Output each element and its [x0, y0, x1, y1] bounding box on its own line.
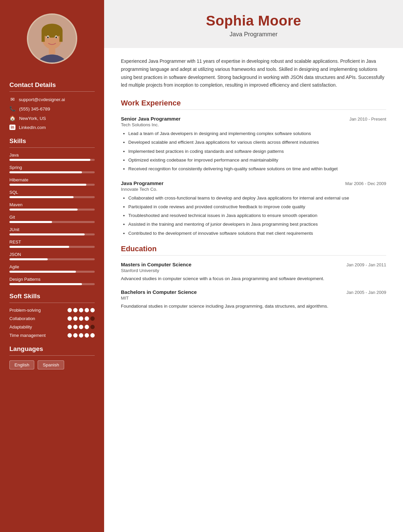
bullet-item: Optimized existing codebase for improved… — [128, 157, 386, 164]
contact-title: Contact Details — [9, 81, 95, 89]
job-block: Senior Java Programmer Jan 2010 - Presen… — [121, 116, 386, 173]
svg-point-9 — [55, 36, 57, 38]
soft-skills-list: Problem-solving Collaboration Adaptabili… — [9, 308, 95, 338]
main-content: Sophia Moore Java Programmer Experienced… — [104, 0, 403, 532]
contact-location: 🏠 NewYork, US — [9, 115, 95, 121]
soft-skill-item: Time management — [9, 333, 95, 338]
work-experience-heading: Work Experience — [121, 99, 386, 107]
soft-skill-dots — [68, 325, 95, 329]
skill-bar-fill — [9, 233, 85, 235]
soft-skills-title: Soft Skills — [9, 293, 95, 300]
edu-description: Advanced studies in computer science wit… — [121, 275, 386, 282]
summary-text: Experienced Java Programmer with 11 year… — [121, 57, 386, 89]
skill-bar-track — [9, 221, 95, 223]
edu-description: Foundational studies in computer science… — [121, 303, 386, 310]
dot — [79, 333, 83, 338]
main-body: Experienced Java Programmer with 11 year… — [104, 48, 403, 330]
skill-bar-fill — [9, 209, 78, 211]
dot — [68, 333, 72, 338]
soft-skill-name: Time management — [9, 333, 46, 338]
dot — [73, 316, 78, 321]
skills-divider — [9, 147, 95, 148]
svg-point-8 — [47, 36, 49, 38]
skill-bar-fill — [9, 271, 76, 273]
job-title: Senior Java Programmer — [121, 116, 181, 122]
skill-name: Java — [9, 152, 95, 158]
avatar — [27, 13, 77, 64]
location-icon: 🏠 — [9, 115, 16, 121]
dot — [85, 333, 89, 338]
skill-name: JUnit — [9, 227, 95, 232]
work-experience-divider — [121, 109, 386, 110]
work-experience-section: Work Experience Senior Java Programmer J… — [121, 99, 386, 237]
job-company: Tech Solutions Inc. — [121, 122, 386, 127]
job-bullets: Collaborated with cross-functional teams… — [121, 194, 386, 237]
contact-email: ✉ support@cvdesigner.ai — [9, 96, 95, 102]
soft-skill-name: Adaptability — [9, 324, 32, 329]
skill-item: Java — [9, 152, 95, 161]
education-heading: Education — [121, 245, 386, 253]
svg-rect-5 — [59, 31, 62, 42]
dot — [79, 316, 83, 321]
bullet-item: Assisted in the training and mentoring o… — [128, 221, 386, 228]
contact-email-text: support@cvdesigner.ai — [19, 97, 65, 102]
skill-bar-fill — [9, 184, 86, 186]
skill-bar-fill — [9, 171, 82, 173]
dot — [85, 308, 89, 312]
bullet-item: Contributed to the development of innova… — [128, 230, 386, 237]
contact-linkedin-text: LinkedIn.com — [19, 125, 46, 130]
bullet-item: Received recognition for consistently de… — [128, 165, 386, 173]
skill-name: JSON — [9, 252, 95, 257]
soft-skill-item: Problem-solving — [9, 308, 95, 313]
soft-skill-name: Problem-solving — [9, 308, 41, 313]
skill-bar-track — [9, 246, 95, 248]
skill-bar-track — [9, 171, 95, 173]
languages-section: Languages EnglishSpanish — [9, 345, 95, 369]
soft-skill-dots — [68, 316, 95, 321]
avatar-area — [0, 0, 104, 74]
language-tags: EnglishSpanish — [9, 360, 95, 369]
skills-section: Skills Java Spring Hibernate SQL Maven G… — [9, 137, 95, 285]
linkedin-icon: in — [9, 125, 15, 130]
skill-bar-track — [9, 283, 95, 285]
job-title: Java Programmer — [121, 180, 164, 186]
dot — [68, 325, 72, 329]
languages-title: Languages — [9, 345, 95, 353]
job-dates: Mar 2006 - Dec 2009 — [345, 181, 386, 186]
bullet-item: Participated in code reviews and provide… — [128, 203, 386, 211]
contact-phone: 📞 (555) 345-6789 — [9, 106, 95, 112]
edu-block: Bachelors in Computer Science Jan 2005 -… — [121, 289, 386, 310]
skill-bar-track — [9, 209, 95, 211]
main-header: Sophia Moore Java Programmer — [104, 0, 403, 48]
contact-phone-text: (555) 345-6789 — [19, 106, 50, 112]
edu-school: MIT — [121, 296, 386, 301]
skill-name: Maven — [9, 202, 95, 207]
job-bullets: Lead a team of Java developers in design… — [121, 130, 386, 173]
skill-bar-track — [9, 159, 95, 161]
dot — [85, 325, 89, 329]
svg-rect-4 — [42, 31, 45, 42]
skill-item: SQL — [9, 190, 95, 198]
job-header: Java Programmer Mar 2006 - Dec 2009 — [121, 180, 386, 186]
skill-item: Agile — [9, 264, 95, 273]
dot — [73, 308, 78, 312]
contact-linkedin: in LinkedIn.com — [9, 125, 95, 130]
skill-bar-fill — [9, 221, 52, 223]
bullet-item: Troubleshooted and resolved technical is… — [128, 212, 386, 219]
bullet-item: Developed scalable and efficient Java ap… — [128, 139, 386, 146]
dot — [85, 316, 89, 321]
skill-item: Design Patterns — [9, 277, 95, 285]
edu-degree: Masters in Computer Science — [121, 262, 191, 267]
candidate-name: Sophia Moore — [121, 13, 386, 29]
skill-bar-track — [9, 184, 95, 186]
skill-name: Spring — [9, 165, 95, 170]
education-section: Education Masters in Computer Science Ja… — [121, 245, 386, 310]
skill-item: Git — [9, 215, 95, 223]
edu-header: Bachelors in Computer Science Jan 2005 -… — [121, 289, 386, 295]
dot — [79, 325, 83, 329]
languages-divider — [9, 355, 95, 356]
jobs-list: Senior Java Programmer Jan 2010 - Presen… — [121, 116, 386, 237]
language-tag: Spanish — [38, 360, 64, 369]
edu-dates: Jan 2005 - Jan 2009 — [346, 290, 386, 295]
skill-name: REST — [9, 239, 95, 245]
